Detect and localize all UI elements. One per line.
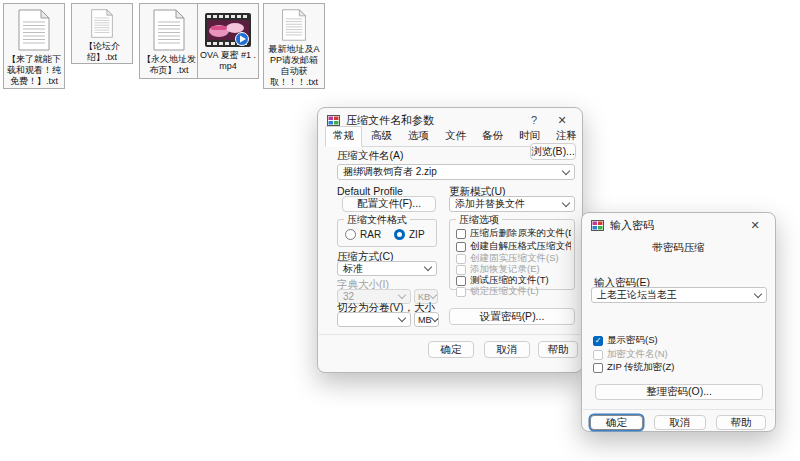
file-tile-video[interactable]: OVA 夏蜜 #1 .mp4 [197, 3, 259, 79]
file-label: OVA 夏蜜 #1 .mp4 [198, 50, 258, 72]
profile-button[interactable]: 配置文件(F)... [342, 196, 436, 212]
checkbox-disabled-icon [456, 287, 466, 297]
radio-icon[interactable] [345, 229, 356, 240]
checkbox-disabled-icon [456, 254, 466, 264]
options-groupbox: 压缩选项 压缩后删除原来的文件(D) 创建自解压格式压缩文件(X) 创建固实压缩… [449, 219, 575, 290]
checkbox-label: ZIP 传统加密(Z) [607, 361, 674, 374]
cancel-button[interactable]: 取消 [654, 415, 706, 430]
split-size-combobox[interactable] [337, 312, 411, 327]
chevron-down-icon [430, 314, 438, 322]
option-delete-files[interactable]: 压缩后删除原来的文件(D) [456, 227, 571, 240]
browse-button[interactable]: 浏览(B)... [530, 143, 576, 160]
checkbox-label: 加密文件名(N) [607, 348, 668, 361]
file-label: 最新地址及APP请发邮箱自动获取！！！.txt [264, 44, 324, 88]
option-lock-archive: 锁定压缩文件(L) [456, 285, 571, 298]
tab-files[interactable]: 文件 [438, 127, 473, 146]
options-group-label: 压缩选项 [456, 213, 502, 227]
text-document-icon [152, 9, 186, 51]
text-document-icon [85, 9, 119, 38]
file-tile[interactable]: 【论坛介绍】.txt [71, 3, 133, 64]
format-group-label: 压缩文件格式 [344, 213, 410, 227]
file-tile[interactable]: 【来了就能下载和观看！纯免费！】.txt [3, 3, 65, 89]
dialog-title: 输入密码 [610, 218, 738, 233]
organize-passwords-button[interactable]: 整理密码(O)... [595, 384, 763, 400]
footer-divider [583, 409, 774, 410]
radio-zip-label: ZIP [409, 229, 425, 240]
checkbox-disabled-icon [456, 265, 466, 275]
password-combobox[interactable]: 上老王论坛当老王 [591, 287, 767, 303]
checkbox-checked-icon[interactable]: ✓ [593, 336, 603, 346]
password-dialog: 输入密码 ✕ 带密码压缩 输入密码(E) 上老王论坛当老王 ✓ 显示密码(S) … [581, 212, 776, 432]
radio-selected-icon[interactable] [394, 229, 405, 240]
split-unit: MB [418, 315, 432, 325]
winrar-icon [327, 115, 340, 126]
checkbox-icon[interactable] [456, 229, 466, 239]
method-combobox[interactable]: 标准 [337, 261, 437, 276]
checkbox-icon[interactable] [593, 363, 603, 373]
dialog-title: 压缩文件名和参数 [346, 113, 517, 128]
radio-rar-label: RAR [360, 229, 381, 240]
password-header: 带密码压缩 [582, 241, 775, 255]
format-groupbox: 压缩文件格式 RAR ZIP [337, 219, 437, 247]
set-password-button[interactable]: 设置密码(P)... [449, 308, 575, 325]
close-icon[interactable]: ✕ [744, 219, 766, 232]
tab-options[interactable]: 选项 [401, 127, 436, 146]
dictionary-unit: KB [418, 292, 430, 302]
help-button[interactable]: 帮助 [716, 415, 766, 430]
archive-name-combobox[interactable]: 捆绑调教饲育者 2.zip [337, 164, 575, 180]
ok-button[interactable]: 确定 [590, 415, 643, 430]
chevron-down-icon [429, 291, 437, 299]
file-label: 【永久地址发布页】.txt [140, 54, 198, 76]
password-dialog-titlebar[interactable]: 输入密码 ✕ [582, 213, 775, 237]
password-value: 上老王论坛当老王 [597, 288, 677, 302]
show-password-checkbox[interactable]: ✓ 显示密码(S) [593, 334, 769, 347]
cancel-button[interactable]: 取消 [484, 341, 530, 358]
checkbox-disabled-icon [593, 350, 603, 360]
update-mode-combobox[interactable]: 添加并替换文件 [449, 196, 575, 212]
chevron-down-icon [754, 289, 762, 297]
method-value: 标准 [343, 262, 363, 276]
update-mode-value: 添加并替换文件 [455, 197, 525, 211]
checkbox-label: 压缩后删除原来的文件(D) [470, 227, 571, 240]
file-label: 【论坛介绍】.txt [72, 41, 132, 63]
help-icon[interactable]: ? [523, 114, 545, 126]
chevron-down-icon [562, 198, 570, 206]
play-icon [236, 33, 249, 46]
archive-dialog: 压缩文件名和参数 ? ✕ 常规 高级 选项 文件 备份 时间 注释 压缩文件名(… [317, 107, 583, 373]
file-tile[interactable]: 【永久地址发布页】.txt [139, 3, 199, 79]
text-document-icon [277, 9, 311, 41]
file-tile[interactable]: 最新地址及APP请发邮箱自动获取！！！.txt [263, 3, 325, 89]
video-thumbnail-icon [205, 13, 251, 47]
archive-name-value: 捆绑调教饲育者 2.zip [343, 165, 437, 179]
chevron-down-icon [398, 291, 406, 299]
chevron-down-icon [398, 314, 406, 322]
checkbox-label: 锁定压缩文件(L) [470, 285, 539, 298]
close-icon[interactable]: ✕ [551, 114, 573, 127]
file-label: 【来了就能下载和观看！纯免费！】.txt [4, 54, 64, 87]
text-document-icon [17, 9, 51, 51]
split-unit-combobox[interactable]: MB [414, 312, 439, 327]
archive-name-label: 压缩文件名(A) [337, 149, 404, 163]
radio-zip[interactable]: ZIP [394, 229, 425, 240]
checkbox-icon[interactable] [456, 276, 466, 286]
help-button[interactable]: 帮助 [538, 341, 578, 358]
checkbox-label: 显示密码(S) [607, 334, 658, 347]
tab-general[interactable]: 常规 [325, 126, 362, 147]
radio-rar[interactable]: RAR [345, 229, 381, 240]
tab-backup[interactable]: 备份 [475, 127, 510, 146]
tab-advanced[interactable]: 高级 [364, 127, 399, 146]
ok-button[interactable]: 确定 [428, 341, 474, 358]
encrypt-names-checkbox: 加密文件名(N) [593, 348, 769, 361]
winrar-icon [591, 220, 604, 231]
checkbox-icon[interactable] [456, 242, 466, 252]
chevron-down-icon [562, 166, 570, 174]
footer-divider [319, 334, 581, 335]
chevron-down-icon [424, 263, 432, 271]
zip-legacy-checkbox[interactable]: ZIP 传统加密(Z) [593, 361, 769, 374]
